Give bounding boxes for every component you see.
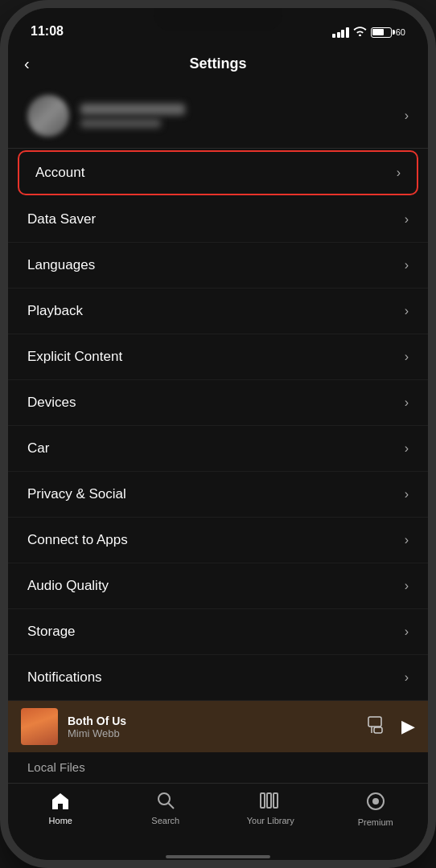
settings-content: › Account›Data Saver›Languages›Playback›… — [8, 84, 428, 701]
profile-info — [27, 95, 185, 137]
now-playing-bar[interactable]: Both Of Us Mimi Webb ▶ — [8, 701, 428, 752]
phone-notch — [154, 8, 282, 31]
back-button[interactable]: ‹ — [24, 55, 30, 73]
menu-item-data-saver[interactable]: Data Saver› — [8, 197, 428, 243]
svg-point-4 — [158, 793, 170, 805]
svg-rect-1 — [368, 717, 381, 727]
profile-chevron-icon: › — [405, 108, 409, 123]
chevron-icon-devices: › — [405, 395, 409, 410]
profile-text — [80, 104, 185, 128]
local-files-row[interactable]: Local Files — [8, 752, 428, 783]
menu-label-car: Car — [27, 440, 49, 457]
menu-list: Account›Data Saver›Languages›Playback›Ex… — [8, 150, 428, 701]
tab-library-label: Your Library — [247, 816, 294, 825]
connect-device-icon[interactable] — [368, 716, 389, 738]
menu-item-privacy-social[interactable]: Privacy & Social› — [8, 472, 428, 518]
tab-premium-label: Premium — [358, 817, 393, 827]
chevron-icon-audio-quality: › — [405, 579, 409, 593]
home-icon — [51, 792, 70, 813]
signal-icon — [332, 27, 349, 38]
chevron-icon-explicit-content: › — [405, 350, 409, 364]
profile-subtitle — [80, 119, 161, 128]
tab-bar: Home Search — [8, 783, 428, 854]
menu-item-storage[interactable]: Storage› — [8, 609, 428, 655]
battery-icon — [371, 27, 392, 38]
status-time: 11:08 — [31, 24, 64, 39]
svg-point-0 — [359, 35, 361, 37]
svg-line-5 — [168, 804, 174, 809]
track-artist: Mimi Webb — [68, 727, 358, 739]
tab-search[interactable]: Search — [113, 792, 219, 825]
chevron-icon-playback: › — [405, 304, 409, 318]
menu-label-audio-quality: Audio Quality — [27, 578, 109, 594]
play-button[interactable]: ▶ — [401, 716, 415, 737]
svg-rect-2 — [374, 727, 382, 733]
wifi-icon — [353, 26, 367, 39]
menu-label-storage: Storage — [27, 624, 76, 640]
svg-rect-7 — [267, 793, 271, 808]
tab-premium[interactable]: Premium — [323, 792, 429, 827]
tab-home-label: Home — [49, 816, 72, 825]
menu-label-privacy-social: Privacy & Social — [27, 486, 126, 502]
chevron-icon-languages: › — [405, 258, 409, 272]
menu-label-data-saver: Data Saver — [27, 211, 96, 227]
premium-icon — [366, 792, 385, 814]
status-icons: 60 — [332, 26, 405, 39]
chevron-icon-car: › — [405, 441, 409, 456]
menu-item-account[interactable]: Account› — [18, 150, 418, 195]
tab-home[interactable]: Home — [8, 792, 113, 825]
track-title: Both Of Us — [68, 714, 358, 727]
menu-item-audio-quality[interactable]: Audio Quality› — [8, 563, 428, 609]
menu-label-notifications: Notifications — [27, 669, 102, 686]
menu-label-devices: Devices — [27, 395, 76, 411]
chevron-icon-notifications: › — [405, 670, 409, 685]
home-indicator-bar — [166, 855, 270, 858]
nav-header: ‹ Settings — [8, 43, 428, 84]
tab-search-label: Search — [151, 816, 179, 825]
menu-label-languages: Languages — [27, 257, 95, 273]
menu-label-account: Account — [35, 165, 84, 181]
tab-library[interactable]: Your Library — [218, 792, 323, 825]
menu-item-connect-apps[interactable]: Connect to Apps› — [8, 518, 428, 563]
chevron-icon-privacy-social: › — [405, 487, 409, 502]
menu-label-explicit-content: Explicit Content — [27, 349, 122, 365]
menu-item-car[interactable]: Car› — [8, 426, 428, 472]
menu-item-devices[interactable]: Devices› — [8, 380, 428, 426]
phone-screen: 11:08 — [8, 8, 428, 860]
svg-rect-8 — [274, 793, 278, 808]
menu-item-languages[interactable]: Languages› — [8, 243, 428, 289]
menu-item-playback[interactable]: Playback› — [8, 289, 428, 334]
page-title: Settings — [189, 55, 246, 72]
svg-point-10 — [372, 798, 379, 805]
playback-controls: ▶ — [368, 716, 415, 738]
chevron-icon-storage: › — [405, 624, 409, 639]
menu-label-playback: Playback — [27, 303, 83, 319]
home-indicator — [8, 854, 428, 860]
now-playing-info: Both Of Us Mimi Webb — [68, 714, 358, 739]
profile-name — [80, 104, 185, 115]
phone-frame: 11:08 — [0, 0, 436, 868]
search-icon — [157, 792, 175, 813]
avatar — [27, 95, 69, 137]
battery-level: 60 — [396, 27, 405, 37]
local-files-label: Local Files — [27, 760, 85, 774]
svg-rect-6 — [261, 793, 265, 808]
profile-row[interactable]: › — [8, 84, 428, 149]
chevron-icon-data-saver: › — [405, 212, 409, 227]
album-art — [21, 708, 58, 745]
menu-label-connect-apps: Connect to Apps — [27, 532, 128, 548]
chevron-icon-connect-apps: › — [405, 533, 409, 547]
library-icon — [260, 792, 281, 813]
chevron-icon-account: › — [397, 166, 401, 180]
menu-item-explicit-content[interactable]: Explicit Content› — [8, 334, 428, 380]
menu-item-notifications[interactable]: Notifications› — [8, 655, 428, 701]
